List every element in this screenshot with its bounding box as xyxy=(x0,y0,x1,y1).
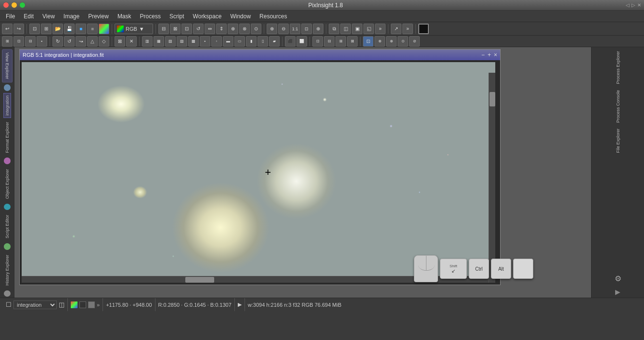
expand-right-icon[interactable]: ▶ xyxy=(592,286,644,298)
icon-b14[interactable]: ⬜ xyxy=(296,36,307,47)
tools-btn2[interactable]: ⊗ xyxy=(239,24,250,34)
icon-b12[interactable]: ▰ xyxy=(269,36,280,47)
color-mode-dropdown[interactable]: RGB ▼ xyxy=(115,24,153,34)
minimize-button[interactable] xyxy=(11,2,17,8)
view-dropdown[interactable]: integration xyxy=(13,301,57,309)
object-explorer-icon[interactable] xyxy=(4,204,11,210)
flip-v-button[interactable]: ⇕ xyxy=(216,24,227,34)
select-button[interactable]: ⊠ xyxy=(170,24,180,34)
view-explorer-tab[interactable]: View Explorer xyxy=(2,49,13,82)
channel-rgb-icon[interactable] xyxy=(71,301,77,308)
window-btn2[interactable]: ◫ xyxy=(340,24,351,34)
close-button[interactable] xyxy=(3,2,9,8)
rgb-button[interactable]: ▪ xyxy=(99,24,109,34)
icon-b9[interactable]: ▭ xyxy=(234,36,245,47)
icon-b16[interactable]: ⊟ xyxy=(324,36,335,47)
icon-b13[interactable]: ⬛ xyxy=(285,36,296,47)
grid-btn1[interactable]: ⊞ xyxy=(2,36,13,47)
icon-b8[interactable]: ▬ xyxy=(223,36,233,47)
icon-b7[interactable]: ▫ xyxy=(211,36,222,47)
history-explorer-icon[interactable] xyxy=(4,290,11,297)
more-tools-btn[interactable]: » xyxy=(375,24,386,34)
process-btn2[interactable]: ↺ xyxy=(64,36,75,47)
object-explorer-tab[interactable]: Object Explorer xyxy=(3,166,12,202)
view-checkbox-icon[interactable]: ☐ xyxy=(6,301,12,308)
process-btn4[interactable]: △ xyxy=(87,36,98,47)
icon-b23[interactable]: ⊘ xyxy=(409,36,420,47)
channel-dark-icon[interactable] xyxy=(79,301,86,308)
window-btn4[interactable]: ◱ xyxy=(363,24,374,34)
menu-resources[interactable]: Resources xyxy=(256,12,291,21)
gear-icon[interactable]: ⚙ xyxy=(592,271,644,286)
menu-view[interactable]: View xyxy=(39,12,59,21)
icon-b11[interactable]: ▯ xyxy=(258,36,268,47)
menu-process[interactable]: Process xyxy=(136,12,165,21)
move-button[interactable]: ⊡ xyxy=(181,24,192,34)
export-btn[interactable]: ↗ xyxy=(391,24,401,34)
play-icon[interactable]: ▶ xyxy=(238,301,242,308)
undo-button[interactable]: ↩ xyxy=(2,24,13,34)
tools-btn3[interactable]: ⊙ xyxy=(251,24,261,34)
rotate-button[interactable]: ↺ xyxy=(193,24,204,34)
color-swatch[interactable] xyxy=(418,24,429,34)
icon-b2[interactable]: ▦ xyxy=(154,36,164,47)
mask-btn2[interactable]: ✕ xyxy=(126,36,137,47)
color-button[interactable]: ■ xyxy=(76,24,86,34)
zoom-out-button[interactable]: ⊖ xyxy=(278,24,289,34)
icon-b22[interactable]: ⊙ xyxy=(398,36,408,47)
maximize-button[interactable] xyxy=(19,2,26,8)
image-close-icon[interactable]: × xyxy=(494,52,497,58)
status-view-selector[interactable]: ☐ integration ◫ xyxy=(3,298,68,311)
process-console-label[interactable]: Process Console xyxy=(615,88,621,125)
image-maximize-icon[interactable]: + xyxy=(488,52,491,58)
icon-b4[interactable]: ▨ xyxy=(177,36,187,47)
format-explorer-icon[interactable] xyxy=(4,157,11,164)
window-controls[interactable] xyxy=(3,2,26,8)
zoom-1x-button[interactable]: 1:1 xyxy=(290,24,300,34)
menu-mask[interactable]: Mask xyxy=(114,12,135,21)
fit-button[interactable]: ⊡ xyxy=(29,24,40,34)
icon-b18[interactable]: ⊠ xyxy=(347,36,358,47)
icon-b17[interactable]: ⊞ xyxy=(335,36,346,47)
horizontal-scroll-thumb[interactable] xyxy=(185,277,214,283)
script-editor-icon[interactable] xyxy=(4,243,11,249)
vertical-scroll-thumb[interactable] xyxy=(489,92,495,106)
grid-btn2[interactable]: ⊡ xyxy=(13,36,24,47)
more-icon[interactable]: » xyxy=(97,302,100,308)
menu-script[interactable]: Script xyxy=(166,12,188,21)
process-btn5[interactable]: ◇ xyxy=(99,36,109,47)
window-btn1[interactable]: ⧉ xyxy=(329,24,339,34)
redo-button[interactable]: ↪ xyxy=(13,24,24,34)
mask-btn1[interactable]: ⊠ xyxy=(115,36,125,47)
icon-b15[interactable]: ⊡ xyxy=(312,36,323,47)
status-play[interactable]: ▶ xyxy=(235,298,245,311)
icon-b1[interactable]: ▥ xyxy=(142,36,153,47)
zoom-more-button[interactable]: ⊕ xyxy=(313,24,323,34)
image-window-controls[interactable]: − + × xyxy=(481,52,497,58)
file-explorer-label[interactable]: File Explorer xyxy=(615,127,621,155)
grid-btn3[interactable]: ⊟ xyxy=(25,36,36,47)
crop-button[interactable]: ⊟ xyxy=(158,24,169,34)
view-explorer-icon[interactable] xyxy=(4,84,11,91)
more-btn2[interactable]: » xyxy=(402,24,413,34)
menu-preview[interactable]: Preview xyxy=(84,12,113,21)
image-minimize-icon[interactable]: − xyxy=(481,52,485,58)
grid-btn4[interactable]: ▪ xyxy=(37,36,47,47)
menu-image[interactable]: Image xyxy=(60,12,83,21)
zoom-fit-button[interactable]: ⊞ xyxy=(41,24,52,34)
icon-b6[interactable]: ▪ xyxy=(200,36,210,47)
view-mode-icon[interactable]: ◫ xyxy=(59,301,64,308)
zoom-fit2-button[interactable]: ⊡ xyxy=(301,24,312,34)
history-explorer-tab[interactable]: History Explorer xyxy=(3,252,12,288)
icon-b20[interactable]: ⊗ xyxy=(374,36,385,47)
menu-file[interactable]: File xyxy=(2,12,19,21)
icon-b21[interactable]: ⊕ xyxy=(386,36,397,47)
integration-view-tab[interactable]: integration xyxy=(3,93,11,118)
zoom-in-button[interactable]: ⊕ xyxy=(267,24,277,34)
script-editor-tab[interactable]: Script Editor xyxy=(3,212,12,241)
window-btn3[interactable]: ▣ xyxy=(352,24,362,34)
icon-b19[interactable]: ⊡ xyxy=(363,36,374,47)
image-titlebar[interactable]: RGB 5:1 integration | integration.fit − … xyxy=(20,50,500,60)
save-button[interactable]: 💾 xyxy=(64,24,75,34)
vertical-scrollbar[interactable] xyxy=(489,73,495,283)
